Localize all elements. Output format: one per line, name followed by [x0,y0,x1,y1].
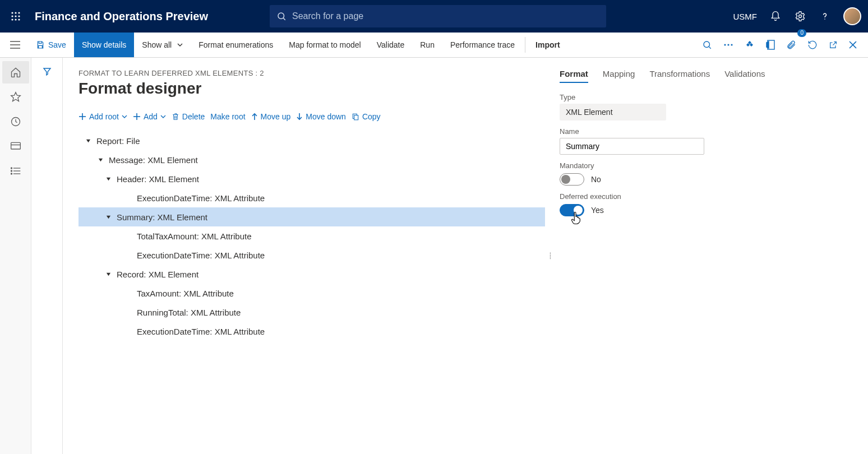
star-icon [10,91,21,103]
tab-mapping[interactable]: Mapping [603,69,635,83]
list-icon [10,166,21,175]
move-up-button[interactable]: Move up [251,112,291,121]
svg-point-5 [18,15,20,17]
tree-row[interactable]: Header: XML Element [79,169,545,188]
nav-home[interactable] [2,61,29,84]
svg-point-31 [11,173,12,174]
tab-validations[interactable]: Validations [724,69,765,83]
clock-icon [10,116,21,127]
svg-point-4 [15,15,16,17]
waffle-menu-icon[interactable] [7,7,25,25]
type-value: XML Element [560,104,666,121]
svg-point-20 [731,44,732,45]
deferred-execution-toggle[interactable] [560,204,584,216]
nav-favorites[interactable] [2,86,29,108]
tree-label: RunningTotal: XML Attribute [137,308,241,317]
arrow-up-icon [251,113,258,121]
performance-trace-button[interactable]: Performance trace [442,33,523,57]
map-format-to-model-button[interactable]: Map format to model [281,33,368,57]
bell-icon[interactable] [769,10,782,22]
make-root-button[interactable]: Make root [210,112,245,121]
delete-button[interactable]: Delete [172,112,205,121]
nav-modules[interactable] [2,160,29,182]
format-enumerations-button[interactable]: Format enumerations [191,33,281,57]
chevron-down-icon [160,115,166,118]
add-button[interactable]: Add [133,112,166,121]
tab-transformations[interactable]: Transformations [649,69,710,83]
copy-icon [352,112,359,121]
arrow-down-icon [296,113,303,121]
avatar[interactable] [843,7,861,25]
help-icon[interactable] [819,10,831,22]
tree-label: Report: File [96,136,140,146]
office-icon-button[interactable] [760,33,781,57]
tree-pane: FORMAT TO LEARN DEFERRED XML ELEMENTS : … [79,69,545,443]
diamond-icon-button[interactable] [739,33,760,57]
tree-label: TaxAmount: XML Attribute [137,289,234,298]
refresh-button[interactable] [802,33,823,57]
tree-row[interactable]: Summary: XML Element [79,207,545,226]
attachment-button[interactable]: 0 [781,33,802,57]
attachment-badge: 0 [797,29,806,37]
command-bar: Save Show details Show all Format enumer… [0,33,868,58]
import-button[interactable]: Import [528,33,568,57]
mandatory-toggle[interactable] [560,173,584,186]
search-placeholder: Search for a page [292,11,363,21]
tree-row[interactable]: Record: XML Element [79,265,545,284]
tree-toggle [123,288,133,298]
tree-label: Summary: XML Element [117,212,207,222]
splitter-handle[interactable]: ┆ [545,69,555,443]
company-code[interactable]: USMF [733,12,758,21]
refresh-icon [807,40,818,50]
tree-toggle [123,307,133,317]
add-root-button[interactable]: Add root [79,112,127,121]
tree-toggle [123,326,133,336]
tree-row[interactable]: ExecutionDateTime: XML Attribute [79,188,545,207]
show-details-button[interactable]: Show details [74,33,134,57]
tree-label: ExecutionDateTime: XML Attribute [137,193,265,203]
tree-toggle[interactable] [103,269,113,279]
move-down-button[interactable]: Move down [296,112,346,121]
svg-point-18 [724,44,726,45]
tree-row[interactable]: Message: XML Element [79,150,545,169]
tree[interactable]: Report: FileMessage: XML ElementHeader: … [79,131,545,341]
tree-toggle[interactable] [103,174,113,184]
svg-point-0 [11,12,13,13]
tree-toggle[interactable] [83,136,93,146]
hamburger-button[interactable] [2,33,28,57]
close-button[interactable] [843,33,862,57]
tree-row[interactable]: TaxAmount: XML Attribute [79,284,545,303]
gear-icon[interactable] [794,10,806,22]
tree-row[interactable]: ExecutionDateTime: XML Attribute [79,245,545,265]
type-label: Type [560,93,852,101]
copy-button[interactable]: Copy [352,112,381,121]
name-input[interactable] [560,138,704,155]
command-search-button[interactable] [696,33,718,57]
nav-recent[interactable] [2,110,29,133]
chevron-down-icon [122,115,127,118]
breadcrumb: FORMAT TO LEARN DEFERRED XML ELEMENTS : … [79,69,545,77]
validate-button[interactable]: Validate [369,33,413,57]
tree-row[interactable]: TotalTaxAmount: XML Attribute [79,226,545,245]
tab-format[interactable]: Format [560,69,588,83]
nav-workspaces[interactable] [2,135,29,157]
save-button[interactable]: Save [28,33,74,57]
top-bar: Finance and Operations Preview Search fo… [0,0,868,33]
tree-toolbar: Add root Add Delete Make root Move up [79,112,545,121]
mandatory-label: Mandatory [560,161,852,170]
run-button[interactable]: Run [412,33,442,57]
global-search[interactable]: Search for a page [270,5,606,27]
tree-toggle[interactable] [95,155,105,165]
show-all-button[interactable]: Show all [134,33,191,57]
filter-icon[interactable] [42,67,52,454]
popout-button[interactable] [823,33,843,57]
svg-point-9 [278,13,284,19]
tree-row[interactable]: Report: File [79,131,545,150]
search-icon [276,11,287,21]
tree-row[interactable]: ExecutionDateTime: XML Attribute [79,322,545,341]
tree-row[interactable]: RunningTotal: XML Attribute [79,303,545,322]
more-button[interactable] [718,33,739,57]
chevron-down-icon [177,43,183,47]
office-icon [766,40,775,50]
tree-toggle[interactable] [103,212,113,222]
